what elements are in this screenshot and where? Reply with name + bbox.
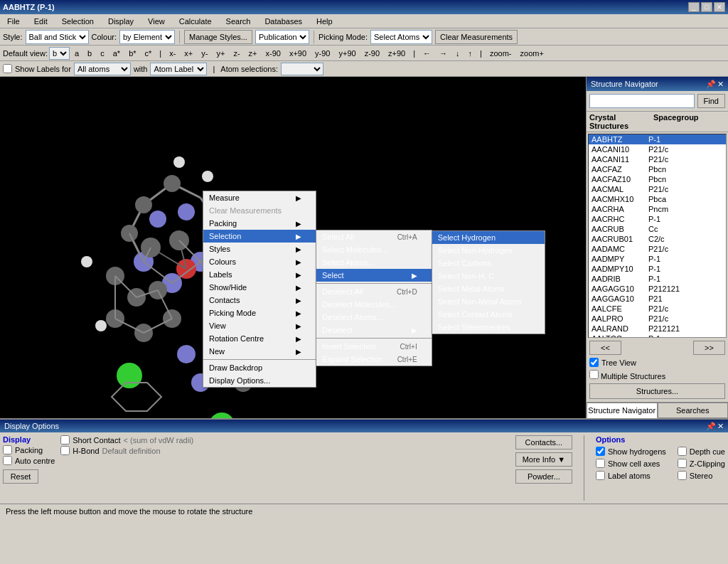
depth-cue-checkbox[interactable] — [678, 447, 687, 456]
contacts-button[interactable]: Contacts... — [515, 435, 572, 449]
nav-yplus[interactable]: y+ — [213, 48, 228, 59]
style-select[interactable]: Ball and Stick — [26, 30, 89, 44]
nav-x-90[interactable]: x-90 — [262, 48, 284, 59]
ctx-colours[interactable]: Colours ▶ — [203, 255, 316, 268]
struct-nav-close[interactable]: ✕ — [717, 80, 724, 89]
ctx-picking-mode[interactable]: Picking Mode ▶ — [203, 307, 316, 319]
struct-item-aadmpy[interactable]: AADMPY P-1 — [589, 254, 726, 264]
struct-item-aacrub01[interactable]: AACRUB01 C2/c — [589, 234, 726, 244]
hbond-checkbox[interactable] — [60, 446, 70, 455]
ctx-showhide[interactable]: Show/Hide ▶ — [203, 281, 316, 294]
sel-deselect-molecules[interactable]: Deselect Molecules... — [316, 298, 432, 311]
sel-hydrogen[interactable]: Select Hydrogen — [432, 231, 545, 244]
ctx-labels[interactable]: Labels ▶ — [203, 268, 316, 281]
nav-x90[interactable]: x+90 — [286, 48, 310, 59]
show-labels-select[interactable]: All atoms — [74, 63, 131, 75]
tab-structure-navigator[interactable]: Structure Navigator — [587, 403, 658, 418]
atom-label-select[interactable]: Atom Label — [150, 63, 207, 75]
minimize-button[interactable]: _ — [688, 2, 700, 12]
struct-nav-prev-button[interactable]: << — [589, 341, 621, 355]
tree-view-checkbox[interactable] — [589, 358, 599, 367]
sel-invert[interactable]: Invert Selection Ctrl+I — [316, 340, 432, 353]
sel-select-atoms[interactable]: Select Atoms... — [316, 256, 432, 269]
nav-bstar[interactable]: b* — [125, 48, 139, 59]
show-labels-checkbox[interactable] — [3, 64, 12, 73]
stereo-checkbox[interactable] — [678, 471, 687, 480]
nav-xplus[interactable]: x+ — [181, 48, 196, 59]
struct-item-aagagg10[interactable]: AAGAGG10 P212121 — [589, 284, 726, 294]
sel-carbons[interactable]: Select Carbons — [432, 257, 545, 270]
nav-a[interactable]: a — [71, 48, 82, 59]
nav-up-arrow[interactable]: ↑ — [465, 48, 476, 59]
close-button[interactable]: ✕ — [714, 2, 725, 12]
struct-item-aacfaz10[interactable]: AACFAZ10 Pbcn — [589, 174, 726, 184]
struct-item-aacmal[interactable]: AACMAL P21/c — [589, 184, 726, 194]
sel-contact-atoms[interactable]: Select Contact Atoms — [432, 308, 545, 321]
struct-item-aalcfe[interactable]: AALCFE P21/c — [589, 304, 726, 314]
struct-item-aalrand[interactable]: AALRAND P212121 — [589, 324, 726, 334]
nav-c[interactable]: c — [97, 48, 108, 59]
struct-item-aacani10[interactable]: AACANI10 P21/c — [589, 144, 726, 154]
sel-deselect-atoms[interactable]: Deselect Atoms... — [316, 311, 432, 324]
nav-xminus[interactable]: x- — [166, 48, 179, 59]
nav-zoom-minus[interactable]: zoom- — [486, 48, 515, 59]
struct-item-aacani11[interactable]: AACANI11 P21/c — [589, 154, 726, 164]
atom-selections-select[interactable] — [281, 63, 323, 75]
struct-item-aaltco[interactable]: AALTCO P-1 — [589, 334, 726, 338]
structure-list[interactable]: AABHTZ P-1 AACANI10 P21/c AACANI11 P21/c… — [588, 134, 727, 338]
more-info-button[interactable]: More Info ▼ — [515, 452, 572, 467]
show-hydrogens-checkbox[interactable] — [596, 447, 605, 456]
struct-item-aacrub[interactable]: AACRUB Cc — [589, 224, 726, 234]
packing-checkbox[interactable] — [3, 445, 12, 454]
struct-item-aalpro[interactable]: AALPRO P21/c — [589, 314, 726, 324]
nav-right-arrow[interactable]: → — [436, 48, 451, 59]
ctx-display-options[interactable]: Display Options... — [203, 374, 316, 387]
sel-select-all[interactable]: Select All Ctrl+A — [316, 230, 432, 243]
sel-non-metal-atoms[interactable]: Select Non-Metal Atoms — [432, 295, 545, 308]
default-view-select[interactable]: b — [49, 47, 70, 60]
sel-deselect-all[interactable]: Deselect All Ctrl+D — [316, 285, 432, 298]
struct-item-aadamc[interactable]: AADAMC P21/c — [589, 244, 726, 254]
struct-item-aabhtz[interactable]: AABHTZ P-1 — [589, 134, 726, 144]
nav-astar[interactable]: a* — [109, 48, 124, 59]
z-clipping-checkbox[interactable] — [678, 459, 687, 468]
tab-searches[interactable]: Searches — [658, 403, 729, 418]
nav-y90[interactable]: y+90 — [336, 48, 360, 59]
struct-nav-next-button[interactable]: >> — [693, 341, 725, 355]
ctx-view[interactable]: View ▶ — [203, 319, 316, 332]
nav-yminus[interactable]: y- — [198, 48, 211, 59]
reset-button[interactable]: Reset — [3, 469, 38, 484]
struct-item-aacrha[interactable]: AACRHA Pncm — [589, 204, 726, 214]
nav-zminus[interactable]: z- — [230, 48, 243, 59]
struct-item-aacmhx10[interactable]: AACMHX10 Pbca — [589, 194, 726, 204]
maximize-button[interactable]: □ — [701, 2, 712, 12]
struct-item-aadrib[interactable]: AADRIB P-1 — [589, 274, 726, 284]
auto-centre-checkbox[interactable] — [3, 456, 12, 465]
sel-expand[interactable]: Expand Selection Ctrl+E — [316, 353, 432, 366]
clear-measurements-button[interactable]: Clear Measurements — [435, 30, 518, 44]
menu-calculate[interactable]: Calculate — [175, 16, 216, 27]
short-contact-checkbox[interactable] — [60, 435, 70, 445]
menu-file[interactable]: File — [3, 16, 24, 27]
structures-button[interactable]: Structures... — [589, 383, 725, 399]
struct-nav-search-input[interactable]: AABHTZ — [589, 94, 695, 108]
struct-item-aacfaz[interactable]: AACFAZ Pbcn — [589, 164, 726, 174]
sel-deselect[interactable]: Deselect ▶ — [316, 324, 432, 336]
menu-selection[interactable]: Selection — [58, 16, 98, 27]
nav-z90[interactable]: z+90 — [385, 48, 409, 59]
menu-view[interactable]: View — [144, 16, 169, 27]
multiple-structures-checkbox[interactable] — [589, 370, 599, 379]
ctx-styles[interactable]: Styles ▶ — [203, 243, 316, 255]
sel-metal-atoms[interactable]: Select Metal Atoms — [432, 282, 545, 295]
label-atoms-checkbox[interactable] — [596, 471, 605, 480]
ctx-packing[interactable]: Packing ▶ — [203, 217, 316, 230]
show-cell-axes-checkbox[interactable] — [596, 459, 605, 468]
nav-zoom-plus[interactable]: zoom+ — [517, 48, 547, 59]
sel-select-molecules[interactable]: Select Molecules... — [316, 243, 432, 256]
nav-cstar[interactable]: c* — [141, 48, 156, 59]
menu-edit[interactable]: Edit — [30, 16, 52, 27]
ctx-contacts[interactable]: Contacts ▶ — [203, 294, 316, 307]
ctx-draw-backdrop[interactable]: Draw Backdrop — [203, 361, 316, 374]
struct-item-aaggag10[interactable]: AAGGAG10 P21 — [589, 294, 726, 304]
ctx-measure[interactable]: Measure ▶ — [203, 191, 316, 204]
